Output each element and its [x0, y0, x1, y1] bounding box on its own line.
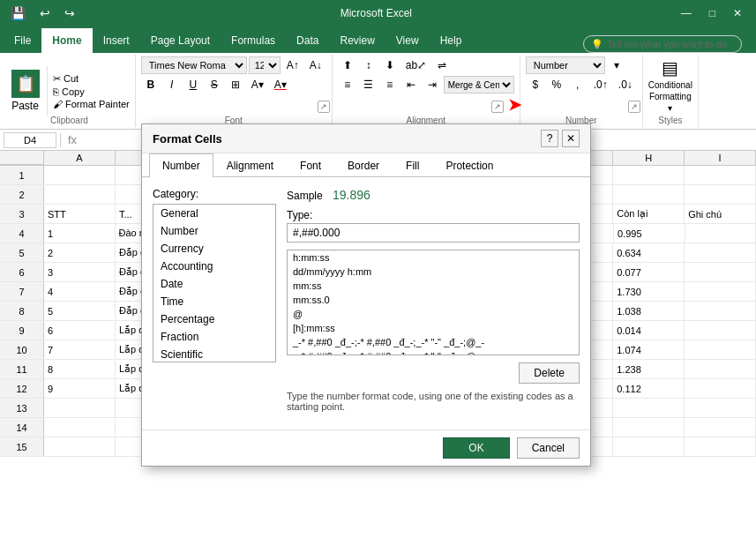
- dialog-tab-number[interactable]: Number: [149, 153, 213, 177]
- dialog-body: Category: General Number Currency Accoun…: [142, 177, 590, 429]
- format-item[interactable]: _-* #,##0 _đ_-;-* #,##0 _đ_-;_-* "-" _đ_…: [288, 335, 579, 349]
- category-item-accounting[interactable]: Accounting: [153, 258, 275, 275]
- category-item-scientific[interactable]: Scientific: [153, 346, 275, 362]
- sample-label: Sample: [287, 190, 323, 202]
- dialog-footer: OK Cancel: [142, 429, 590, 466]
- cancel-button[interactable]: Cancel: [517, 437, 580, 459]
- dialog-tab-alignment[interactable]: Alignment: [213, 153, 287, 177]
- category-item-general[interactable]: General: [153, 205, 275, 222]
- sample-section: Sample 19.896: [287, 188, 580, 202]
- dialog-tab-protection[interactable]: Protection: [432, 153, 506, 177]
- dialog-title: Format Cells: [153, 132, 222, 146]
- format-item[interactable]: dd/mm/yyyy h:mm: [288, 265, 579, 279]
- format-item[interactable]: @: [288, 307, 579, 321]
- dialog-close-btn[interactable]: ✕: [562, 130, 580, 147]
- format-item[interactable]: h:mm:ss: [288, 250, 579, 265]
- category-item-date[interactable]: Date: [153, 275, 275, 293]
- category-item-fraction[interactable]: Fraction: [153, 328, 275, 346]
- dialog-title-bar: Format Cells ? ✕: [142, 124, 590, 153]
- category-item-currency[interactable]: Currency: [153, 240, 275, 258]
- delete-btn-row: Delete: [287, 362, 580, 384]
- category-list[interactable]: General Number Currency Accounting Date …: [153, 204, 276, 362]
- format-item[interactable]: _-* #,##0 _đ_-;-* #,##0 _đ_-;_-* "-" _đ_…: [288, 349, 579, 355]
- hint-text: Type the number format code, using one o…: [287, 391, 580, 412]
- category-item-percentage[interactable]: Percentage: [153, 310, 275, 328]
- type-section: Type:: [287, 209, 580, 243]
- format-list[interactable]: h:mm:ss dd/mm/yyyy h:mm mm:ss mm:ss.0 @ …: [287, 250, 580, 355]
- type-label: Type:: [287, 209, 580, 221]
- sample-value: 19.896: [333, 188, 371, 202]
- category-item-number[interactable]: Number: [153, 222, 275, 240]
- category-section: Category: General Number Currency Accoun…: [153, 188, 276, 419]
- format-item[interactable]: [h]:mm:ss: [288, 321, 579, 335]
- category-label: Category:: [153, 188, 276, 200]
- ok-button[interactable]: OK: [443, 437, 509, 459]
- format-settings: Sample 19.896 Type: h:mm:ss dd/mm/yyyy h…: [287, 188, 580, 419]
- delete-button[interactable]: Delete: [519, 362, 580, 384]
- dialog-controls: ? ✕: [541, 130, 580, 147]
- type-input[interactable]: [287, 223, 580, 243]
- dialog-tabs: Number Alignment Font Border Fill Protec…: [142, 153, 590, 177]
- dialog-tab-fill[interactable]: Fill: [393, 153, 432, 177]
- dialog-help-btn[interactable]: ?: [541, 130, 558, 147]
- format-cells-dialog: Format Cells ? ✕ Number Alignment Font B…: [141, 123, 591, 467]
- dialog-overlay: Format Cells ? ✕ Number Alignment Font B…: [0, 0, 756, 545]
- format-item[interactable]: mm:ss.0: [288, 293, 579, 307]
- category-item-time[interactable]: Time: [153, 293, 275, 310]
- format-item[interactable]: mm:ss: [288, 279, 579, 293]
- dialog-tab-font[interactable]: Font: [287, 153, 334, 177]
- dialog-tab-border[interactable]: Border: [334, 153, 393, 177]
- dialog-content: Category: General Number Currency Accoun…: [153, 188, 580, 419]
